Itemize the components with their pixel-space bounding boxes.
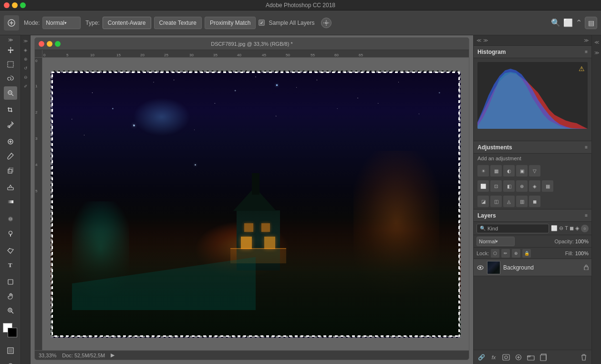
opacity-value[interactable]: 100% bbox=[575, 239, 589, 244]
screen-mode-btn[interactable] bbox=[4, 344, 17, 357]
filter-smart-icon[interactable]: ◈ bbox=[575, 225, 579, 231]
channel-mixer-icon[interactable]: ◈ bbox=[529, 180, 540, 192]
pen-tool-btn[interactable] bbox=[4, 244, 17, 257]
levels-icon[interactable]: ▦ bbox=[490, 165, 502, 177]
filter-toggle-btn[interactable]: ○ bbox=[581, 225, 589, 232]
photo-filter-icon[interactable]: ⊕ bbox=[516, 180, 528, 192]
panel-collapse-btn[interactable]: ≪ bbox=[477, 38, 481, 43]
layer-item[interactable]: Background bbox=[474, 259, 591, 276]
brush-tool-btn[interactable] bbox=[4, 149, 17, 163]
link-layers-btn[interactable]: 🔗 bbox=[477, 353, 486, 362]
exposure-icon[interactable]: ▣ bbox=[516, 165, 528, 177]
doc-maximize-btn[interactable] bbox=[55, 41, 61, 47]
filter-pixel-icon[interactable]: ⬜ bbox=[551, 225, 558, 231]
doc-minimize-btn[interactable] bbox=[47, 41, 52, 47]
filter-adjust-icon[interactable]: ⊖ bbox=[559, 225, 563, 231]
content-aware-btn[interactable]: Content-Aware bbox=[103, 17, 151, 29]
eraser-tool-btn[interactable] bbox=[4, 181, 17, 194]
quick-mask-btn[interactable] bbox=[4, 359, 17, 364]
lock-pixels-icon[interactable]: ⬡ bbox=[491, 249, 499, 258]
image-canvas[interactable] bbox=[51, 71, 461, 338]
background-color[interactable] bbox=[8, 328, 17, 337]
type-tool-btn[interactable]: T bbox=[4, 258, 17, 271]
mode-dropdown[interactable]: Normal bbox=[42, 17, 81, 29]
doc-close-btn[interactable] bbox=[39, 41, 44, 47]
title-bar: Adobe Photoshop CC 2018 bbox=[0, 0, 601, 10]
hsl-icon[interactable]: ⬜ bbox=[477, 180, 489, 192]
vibrance-icon[interactable]: ▽ bbox=[529, 165, 540, 177]
close-button[interactable] bbox=[4, 2, 10, 8]
view-options-icon[interactable]: ▤ bbox=[585, 17, 597, 29]
rotate-tool[interactable]: ↺ bbox=[22, 64, 30, 72]
gradient-tool-btn[interactable] bbox=[4, 195, 17, 208]
adjustments-menu-icon[interactable]: ≡ bbox=[585, 145, 588, 150]
shape-tool-btn[interactable] bbox=[4, 275, 17, 289]
lasso-tool-btn[interactable] bbox=[4, 72, 17, 85]
color-swatches[interactable] bbox=[3, 323, 18, 338]
canvas-viewport[interactable] bbox=[42, 58, 469, 350]
expand-tools-btn[interactable]: ≫ bbox=[4, 37, 17, 42]
building-layer bbox=[227, 185, 289, 270]
measure-tool[interactable]: ⊖ bbox=[22, 73, 30, 81]
opacity-row: Opacity: 100% bbox=[555, 239, 589, 244]
panel-expand-btn[interactable]: ≫ bbox=[483, 38, 488, 43]
filter-shape-icon[interactable]: ◼ bbox=[570, 225, 574, 231]
lock-artboard-icon[interactable]: ⊕ bbox=[512, 249, 520, 258]
curves-icon[interactable]: ◐ bbox=[503, 165, 515, 177]
heal-tool-btn[interactable] bbox=[4, 135, 17, 148]
color-balance-icon[interactable]: ⊡ bbox=[490, 180, 502, 192]
delete-layer-btn[interactable] bbox=[579, 353, 589, 362]
lock-all-icon[interactable]: 🔒 bbox=[522, 249, 531, 258]
filter-type-icon[interactable]: T bbox=[565, 225, 568, 231]
gradient-map-icon[interactable]: ▥ bbox=[516, 196, 528, 207]
layers-menu-icon[interactable]: ≡ bbox=[585, 213, 588, 218]
status-expand-btn[interactable]: ▶ bbox=[111, 352, 114, 358]
search-icon[interactable]: 🔍 bbox=[551, 18, 560, 27]
collapse-panel-icon[interactable]: ≫ bbox=[593, 49, 601, 56]
clone-tool-btn[interactable] bbox=[4, 164, 17, 177]
histogram-menu-icon[interactable]: ≡ bbox=[585, 49, 588, 54]
lock-position-icon[interactable]: ✏ bbox=[501, 249, 510, 258]
color-lookup-icon[interactable]: ▦ bbox=[542, 180, 553, 192]
expand-arrow[interactable]: ≫ bbox=[22, 37, 30, 45]
eyedropper-tool-btn[interactable] bbox=[4, 118, 17, 131]
expand-panel-icon[interactable]: ≪ bbox=[593, 38, 601, 46]
info-tool[interactable]: ⊕ bbox=[22, 55, 30, 63]
arrange-icon[interactable]: ⬜ bbox=[563, 18, 573, 27]
bw-icon[interactable]: ◧ bbox=[503, 180, 515, 192]
layer-styles-btn[interactable]: fx bbox=[489, 353, 498, 362]
selective-color-icon[interactable]: ◼ bbox=[529, 196, 540, 207]
dodge-tool-btn[interactable] bbox=[4, 227, 17, 240]
panel-menu-btn[interactable]: ≫ bbox=[584, 38, 589, 43]
settings-icon[interactable] bbox=[321, 18, 332, 28]
blur-tool-btn[interactable] bbox=[4, 212, 17, 226]
doc-content: 0 5 10 15 20 25 30 35 40 45 50 55 bbox=[35, 50, 469, 360]
invert-icon[interactable]: ◪ bbox=[477, 196, 489, 207]
note-tool[interactable]: ✐ bbox=[22, 83, 30, 90]
posterize-icon[interactable]: ◫ bbox=[490, 196, 502, 207]
create-texture-btn[interactable]: Create Texture bbox=[154, 17, 202, 29]
move-tool-btn[interactable] bbox=[4, 43, 17, 57]
proximity-match-btn[interactable]: Proximity Match bbox=[205, 17, 256, 29]
snap-tool[interactable]: ◈ bbox=[22, 46, 30, 54]
layers-search-input[interactable]: 🔍 Kind bbox=[477, 224, 549, 233]
add-mask-btn[interactable] bbox=[501, 353, 511, 362]
crop-tool-btn[interactable] bbox=[4, 104, 17, 117]
fill-value[interactable]: 100% bbox=[575, 250, 589, 256]
new-fill-layer-btn[interactable] bbox=[514, 353, 523, 362]
threshold-icon[interactable]: ◬ bbox=[503, 196, 515, 207]
layer-visibility-icon[interactable] bbox=[477, 264, 484, 271]
new-group-btn[interactable] bbox=[526, 353, 536, 362]
quick-select-tool-btn[interactable] bbox=[4, 86, 17, 100]
marquee-tool-btn[interactable] bbox=[4, 58, 17, 71]
expand-icon[interactable]: ⌃ bbox=[576, 18, 582, 27]
blend-mode-dropdown[interactable]: Normal bbox=[477, 237, 515, 246]
hand-tool-btn[interactable] bbox=[4, 290, 17, 303]
minimize-button[interactable] bbox=[12, 2, 18, 8]
maximize-button[interactable] bbox=[20, 2, 26, 8]
sample-all-checkbox[interactable]: ✓ bbox=[259, 20, 265, 26]
new-layer-btn[interactable] bbox=[539, 353, 548, 362]
zoom-tool-btn[interactable] bbox=[4, 304, 17, 317]
heal-tool-icon[interactable] bbox=[4, 15, 19, 31]
brightness-contrast-icon[interactable]: ☀ bbox=[477, 165, 489, 177]
